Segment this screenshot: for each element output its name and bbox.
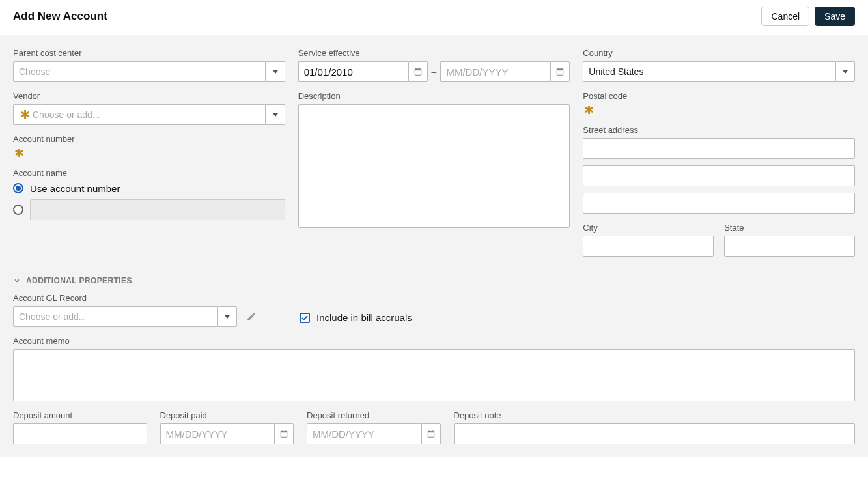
field-street-address: Street address (583, 125, 855, 214)
state-input[interactable] (724, 236, 855, 257)
parent-cost-center-dropdown-button[interactable] (266, 61, 285, 82)
account-number-input[interactable]: ✱ (13, 147, 285, 159)
deposit-returned-wrap (307, 423, 441, 444)
custom-account-name-input (30, 199, 285, 220)
service-effective-range: – (298, 61, 570, 82)
page-header: Add New Account Cancel Save (0, 0, 868, 35)
account-name-label: Account name (13, 168, 285, 178)
parent-cost-center-value: Choose (13, 61, 266, 82)
service-end-wrap (440, 61, 570, 82)
deposit-returned-calendar-button[interactable] (421, 423, 441, 444)
postal-code-label: Postal code (583, 91, 855, 101)
field-city: City (583, 223, 714, 257)
chevron-down-icon (273, 70, 278, 74)
checkmark-icon (301, 314, 309, 322)
gl-record-value: Choose or add... (13, 306, 217, 327)
deposit-paid-calendar-button[interactable] (274, 423, 294, 444)
deposit-paid-label: Deposit paid (160, 410, 294, 420)
deposit-paid-wrap (160, 423, 294, 444)
description-textarea[interactable] (298, 104, 570, 228)
deposit-amount-input[interactable] (13, 423, 147, 444)
gl-record-wrap: Choose or add... (13, 306, 260, 327)
field-account-number: Account number ✱ (13, 134, 285, 159)
include-accruals-label: Include in bill accruals (316, 312, 412, 323)
calendar-icon (279, 429, 288, 438)
column-middle: Service effective – (298, 48, 570, 257)
field-account-name: Account name Use account number (13, 168, 285, 217)
calendar-icon (427, 429, 436, 438)
city-state-row: City State (583, 223, 855, 257)
chevron-down-icon (225, 315, 230, 319)
service-start-wrap (298, 61, 428, 82)
header-button-group: Cancel Save (761, 7, 855, 26)
gl-and-accruals-row: Account GL Record Choose or add... Inclu… (13, 293, 855, 327)
vendor-value: ✱ Choose or add... (13, 104, 266, 125)
include-accruals-checkbox[interactable] (300, 313, 310, 323)
account-memo-label: Account memo (13, 336, 855, 346)
radio-use-account-number[interactable] (13, 183, 23, 193)
postal-code-input[interactable]: ✱ (583, 104, 855, 116)
service-end-input[interactable] (440, 61, 550, 82)
vendor-dropdown-button[interactable] (266, 104, 285, 125)
service-end-calendar-button[interactable] (550, 61, 570, 82)
street-address-line-2[interactable] (583, 165, 855, 186)
include-accruals-field[interactable]: Include in bill accruals (300, 312, 412, 323)
required-star-icon: ✱ (19, 109, 30, 120)
gl-record-dropdown-button[interactable] (217, 306, 237, 327)
vendor-select[interactable]: ✱ Choose or add... (13, 104, 285, 125)
deposit-paid-input[interactable] (160, 423, 275, 444)
deposit-row: Deposit amount Deposit paid Deposit retu… (13, 410, 855, 444)
service-start-input[interactable] (298, 61, 408, 82)
country-dropdown-button[interactable] (835, 61, 855, 82)
street-address-line-1[interactable] (583, 138, 855, 159)
account-number-label: Account number (13, 134, 285, 144)
street-address-label: Street address (583, 125, 855, 135)
calendar-icon (413, 67, 423, 76)
parent-cost-center-label: Parent cost center (13, 48, 285, 58)
save-button[interactable]: Save (815, 7, 855, 26)
radio-custom-name[interactable] (13, 205, 23, 215)
field-vendor: Vendor ✱ Choose or add... (13, 91, 285, 125)
field-parent-cost-center: Parent cost center Choose (13, 48, 285, 82)
main-columns: Parent cost center Choose Vendor ✱ Choos… (13, 48, 855, 257)
date-range-separator: – (432, 66, 437, 77)
account-memo-textarea[interactable] (13, 349, 855, 401)
country-select[interactable]: United States (583, 61, 855, 82)
city-label: City (583, 223, 714, 233)
vendor-placeholder-text: Choose or add... (33, 109, 100, 120)
deposit-amount-label: Deposit amount (13, 410, 147, 420)
gl-record-label: Account GL Record (13, 293, 260, 303)
deposit-note-input[interactable] (454, 423, 856, 444)
chevron-down-icon (273, 113, 278, 117)
country-label: Country (583, 48, 855, 58)
field-state: State (724, 223, 855, 257)
account-name-option-use-number[interactable]: Use account number (13, 181, 285, 195)
field-description: Description (298, 91, 570, 228)
pencil-icon (246, 311, 257, 322)
state-label: State (724, 223, 855, 233)
chevron-down-icon (13, 277, 21, 285)
calendar-icon (555, 67, 565, 76)
column-left: Parent cost center Choose Vendor ✱ Choos… (13, 48, 285, 257)
form-body: Parent cost center Choose Vendor ✱ Choos… (0, 35, 868, 457)
service-start-calendar-button[interactable] (408, 61, 428, 82)
additional-properties-toggle[interactable]: ADDITIONAL PROPERTIES (13, 276, 855, 285)
deposit-returned-label: Deposit returned (307, 410, 441, 420)
country-value: United States (583, 61, 835, 82)
service-effective-label: Service effective (298, 48, 570, 58)
account-name-option-custom[interactable] (13, 203, 285, 217)
field-postal-code: Postal code ✱ (583, 91, 855, 116)
city-input[interactable] (583, 236, 714, 257)
gl-record-select[interactable]: Choose or add... (13, 306, 237, 327)
cancel-button[interactable]: Cancel (761, 7, 809, 26)
vendor-label: Vendor (13, 91, 285, 101)
parent-cost-center-select[interactable]: Choose (13, 61, 285, 82)
field-deposit-amount: Deposit amount (13, 410, 147, 444)
page-title: Add New Account (13, 10, 107, 23)
street-address-line-3[interactable] (583, 193, 855, 214)
gl-record-edit-button[interactable] (242, 307, 260, 326)
street-address-lines (583, 138, 855, 214)
radio-use-account-number-label: Use account number (30, 183, 120, 194)
field-service-effective: Service effective – (298, 48, 570, 82)
deposit-returned-input[interactable] (307, 423, 421, 444)
